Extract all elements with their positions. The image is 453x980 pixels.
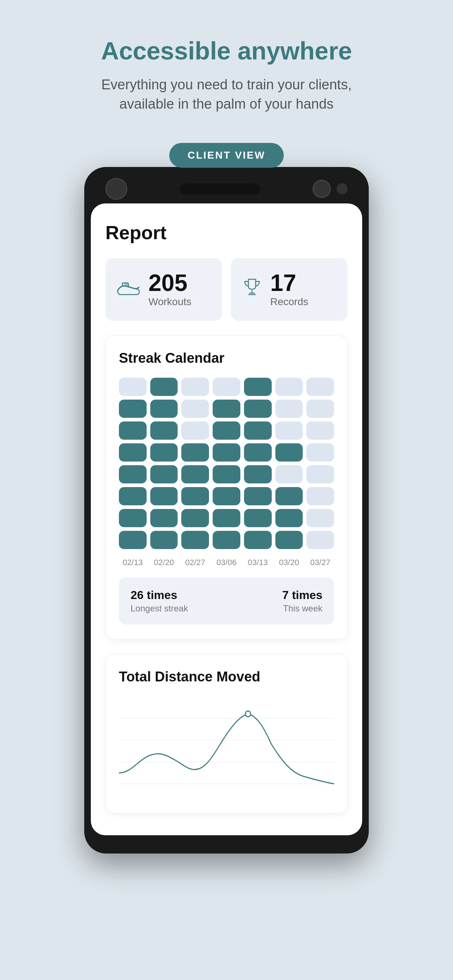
cal-cell — [181, 465, 209, 484]
longest-streak-label: Longest streak — [131, 603, 188, 614]
workouts-card: 205 Workouts — [105, 258, 222, 321]
cal-cell — [275, 465, 303, 484]
cal-cell — [275, 399, 303, 418]
phone-top-bar — [91, 178, 362, 200]
page-title: Accessible anywhere — [101, 37, 352, 65]
distance-title: Total Distance Moved — [119, 669, 334, 685]
streak-calendar-title: Streak Calendar — [119, 350, 334, 366]
cal-cell — [306, 378, 334, 396]
cal-cell — [275, 487, 303, 505]
cal-cell — [213, 422, 240, 440]
cal-cell — [119, 465, 147, 484]
longest-streak-stat: 26 times Longest streak — [131, 589, 188, 614]
this-week-value: 7 times — [282, 589, 322, 602]
cal-cell — [181, 422, 209, 440]
cal-cell — [119, 378, 147, 396]
trophy-icon — [241, 276, 263, 302]
cal-cell — [275, 509, 303, 527]
cal-cell — [213, 399, 240, 418]
cal-cell — [306, 422, 334, 440]
workouts-number: 205 — [148, 271, 191, 294]
cal-cell — [181, 531, 209, 549]
cal-date: 02/20 — [150, 558, 178, 567]
cal-cell — [181, 399, 209, 418]
cal-cell — [150, 378, 178, 396]
cal-date: 02/13 — [119, 558, 147, 567]
cal-cell — [244, 531, 272, 549]
cal-cell — [306, 443, 334, 461]
cal-cell — [244, 465, 272, 484]
camera-right-2-icon — [337, 183, 348, 194]
cal-cell — [150, 509, 178, 527]
report-title: Report — [105, 222, 348, 243]
records-info: 17 Records — [270, 271, 308, 308]
cal-date: 03/20 — [275, 558, 303, 567]
phone-device: Report 205 — [84, 167, 369, 853]
cal-cell — [213, 378, 240, 396]
chart-peak-dot — [246, 711, 251, 717]
stats-row: 205 Workouts — [105, 258, 348, 321]
page-subtitle: Everything you need to train your client… — [81, 75, 372, 114]
phone-wrapper: CLIENT VIEW Report — [84, 143, 369, 853]
cal-cell — [119, 487, 147, 505]
phone-notch — [180, 183, 260, 194]
cal-cell — [119, 509, 147, 527]
cameras-right — [313, 180, 348, 198]
chart-area — [119, 696, 334, 799]
cal-date: 03/13 — [244, 558, 272, 567]
streak-calendar-card: Streak Calendar — [105, 336, 348, 640]
cal-cell — [244, 399, 272, 418]
cal-cell — [306, 531, 334, 549]
cal-cell — [119, 531, 147, 549]
calendar-grid — [119, 378, 334, 549]
cal-cell — [150, 465, 178, 484]
cal-cell — [181, 487, 209, 505]
cal-cell — [213, 509, 240, 527]
cal-cell — [150, 399, 178, 418]
records-card: 17 Records — [231, 258, 348, 321]
cal-cell — [213, 531, 240, 549]
this-week-label: This week — [282, 603, 322, 614]
cal-cell — [119, 443, 147, 461]
cal-date: 02/27 — [181, 558, 209, 567]
cal-date: 03/06 — [213, 558, 240, 567]
cal-cell — [275, 378, 303, 396]
camera-right-1-icon — [313, 180, 331, 198]
cal-cell — [213, 487, 240, 505]
cal-cell — [244, 487, 272, 505]
cal-cell — [150, 531, 178, 549]
cal-cell — [275, 422, 303, 440]
cal-cell — [150, 443, 178, 461]
camera-left-icon — [105, 178, 127, 200]
phone-screen: Report 205 — [91, 204, 362, 835]
cal-cell — [213, 465, 240, 484]
cal-cell — [275, 443, 303, 461]
records-number: 17 — [270, 271, 308, 294]
cal-cell — [181, 443, 209, 461]
distance-chart — [119, 696, 334, 799]
client-view-badge: CLIENT VIEW — [169, 143, 283, 168]
cal-cell — [244, 378, 272, 396]
cal-cell — [150, 422, 178, 440]
cal-cell — [306, 465, 334, 484]
cal-cell — [244, 443, 272, 461]
cal-cell — [181, 378, 209, 396]
longest-streak-value: 26 times — [131, 589, 188, 602]
this-week-stat: 7 times This week — [282, 589, 322, 614]
cal-cell — [119, 422, 147, 440]
cal-cell — [244, 422, 272, 440]
cal-cell — [306, 509, 334, 527]
records-label: Records — [270, 296, 308, 308]
shoe-icon — [116, 277, 141, 302]
streak-stats: 26 times Longest streak 7 times This wee… — [119, 578, 334, 625]
cal-cell — [306, 487, 334, 505]
cal-cell — [244, 509, 272, 527]
cal-cell — [181, 509, 209, 527]
workouts-label: Workouts — [148, 296, 191, 308]
cal-cell — [119, 399, 147, 418]
distance-card: Total Distance Moved — [105, 654, 348, 813]
cal-cell — [150, 487, 178, 505]
cal-cell — [275, 531, 303, 549]
svg-line-1 — [126, 283, 127, 286]
cal-date: 03/27 — [306, 558, 334, 567]
